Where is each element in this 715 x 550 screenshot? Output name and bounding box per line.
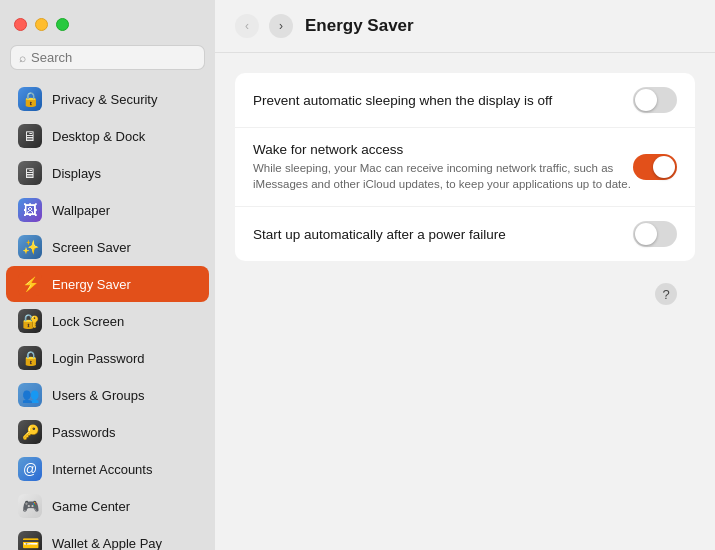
- sidebar-items-list: 🔒Privacy & Security🖥Desktop & Dock🖥Displ…: [0, 80, 215, 550]
- lock-screen-icon: 🔐: [18, 309, 42, 333]
- login-password-icon: 🔒: [18, 346, 42, 370]
- sidebar-item-label-game-center: Game Center: [52, 499, 130, 514]
- toggle-prevent-sleep[interactable]: [633, 87, 677, 113]
- sidebar-item-wallet-apple-pay[interactable]: 💳Wallet & Apple Pay: [6, 525, 209, 550]
- internet-accounts-icon: @: [18, 457, 42, 481]
- toggle-knob-prevent-sleep: [635, 89, 657, 111]
- users-groups-icon: 👥: [18, 383, 42, 407]
- sidebar-item-label-wallpaper: Wallpaper: [52, 203, 110, 218]
- sidebar-item-users-groups[interactable]: 👥Users & Groups: [6, 377, 209, 413]
- settings-row-wake-network: Wake for network accessWhile sleeping, y…: [235, 128, 695, 207]
- settings-row-prevent-sleep: Prevent automatic sleeping when the disp…: [235, 73, 695, 128]
- sidebar-item-label-desktop-dock: Desktop & Dock: [52, 129, 145, 144]
- energy-saver-icon: ⚡: [18, 272, 42, 296]
- traffic-lights: [0, 10, 215, 45]
- sidebar-item-label-displays: Displays: [52, 166, 101, 181]
- sidebar-item-game-center[interactable]: 🎮Game Center: [6, 488, 209, 524]
- search-box[interactable]: ⌕: [10, 45, 205, 70]
- screen-saver-icon: ✨: [18, 235, 42, 259]
- sidebar-item-privacy-security[interactable]: 🔒Privacy & Security: [6, 81, 209, 117]
- sidebar-item-wallpaper[interactable]: 🖼Wallpaper: [6, 192, 209, 228]
- toggle-knob-wake-network: [653, 156, 675, 178]
- sidebar-item-label-wallet-apple-pay: Wallet & Apple Pay: [52, 536, 162, 551]
- settings-label-prevent-sleep: Prevent automatic sleeping when the disp…: [253, 93, 633, 108]
- settings-text-startup-power: Start up automatically after a power fai…: [253, 227, 633, 242]
- passwords-icon: 🔑: [18, 420, 42, 444]
- settings-text-wake-network: Wake for network accessWhile sleeping, y…: [253, 142, 633, 192]
- forward-button[interactable]: ›: [269, 14, 293, 38]
- sidebar-item-lock-screen[interactable]: 🔐Lock Screen: [6, 303, 209, 339]
- settings-rows: Prevent automatic sleeping when the disp…: [235, 73, 695, 261]
- maximize-button[interactable]: [56, 18, 69, 31]
- sidebar-item-label-lock-screen: Lock Screen: [52, 314, 124, 329]
- sidebar-item-internet-accounts[interactable]: @Internet Accounts: [6, 451, 209, 487]
- game-center-icon: 🎮: [18, 494, 42, 518]
- displays-icon: 🖥: [18, 161, 42, 185]
- help-button[interactable]: ?: [655, 283, 677, 305]
- sidebar-item-displays[interactable]: 🖥Displays: [6, 155, 209, 191]
- main-content: ‹ › Energy Saver Prevent automatic sleep…: [215, 0, 715, 550]
- wallet-apple-pay-icon: 💳: [18, 531, 42, 550]
- title-bar: ‹ › Energy Saver: [215, 0, 715, 53]
- sidebar-item-login-password[interactable]: 🔒Login Password: [6, 340, 209, 376]
- toggle-startup-power[interactable]: [633, 221, 677, 247]
- settings-label-startup-power: Start up automatically after a power fai…: [253, 227, 633, 242]
- page-title: Energy Saver: [305, 16, 414, 36]
- desktop-dock-icon: 🖥: [18, 124, 42, 148]
- sidebar-item-label-users-groups: Users & Groups: [52, 388, 144, 403]
- back-button[interactable]: ‹: [235, 14, 259, 38]
- sidebar-item-screen-saver[interactable]: ✨Screen Saver: [6, 229, 209, 265]
- search-icon: ⌕: [19, 51, 26, 65]
- sidebar-item-label-login-password: Login Password: [52, 351, 145, 366]
- sidebar-item-desktop-dock[interactable]: 🖥Desktop & Dock: [6, 118, 209, 154]
- sidebar-item-label-privacy-security: Privacy & Security: [52, 92, 157, 107]
- sidebar-item-label-passwords: Passwords: [52, 425, 116, 440]
- minimize-button[interactable]: [35, 18, 48, 31]
- sidebar-item-label-screen-saver: Screen Saver: [52, 240, 131, 255]
- settings-card: Prevent automatic sleeping when the disp…: [235, 73, 695, 261]
- privacy-security-icon: 🔒: [18, 87, 42, 111]
- sidebar-item-passwords[interactable]: 🔑Passwords: [6, 414, 209, 450]
- settings-area: Prevent automatic sleeping when the disp…: [215, 53, 715, 550]
- sidebar-item-label-internet-accounts: Internet Accounts: [52, 462, 152, 477]
- help-row: ?: [235, 273, 695, 315]
- close-button[interactable]: [14, 18, 27, 31]
- sidebar-item-label-energy-saver: Energy Saver: [52, 277, 131, 292]
- sidebar-item-energy-saver[interactable]: ⚡Energy Saver: [6, 266, 209, 302]
- wallpaper-icon: 🖼: [18, 198, 42, 222]
- settings-row-startup-power: Start up automatically after a power fai…: [235, 207, 695, 261]
- toggle-knob-startup-power: [635, 223, 657, 245]
- toggle-wake-network[interactable]: [633, 154, 677, 180]
- settings-desc-wake-network: While sleeping, your Mac can receive inc…: [253, 160, 633, 192]
- settings-label-wake-network: Wake for network access: [253, 142, 633, 157]
- search-input[interactable]: [31, 50, 196, 65]
- settings-text-prevent-sleep: Prevent automatic sleeping when the disp…: [253, 93, 633, 108]
- sidebar: ⌕ 🔒Privacy & Security🖥Desktop & Dock🖥Dis…: [0, 0, 215, 550]
